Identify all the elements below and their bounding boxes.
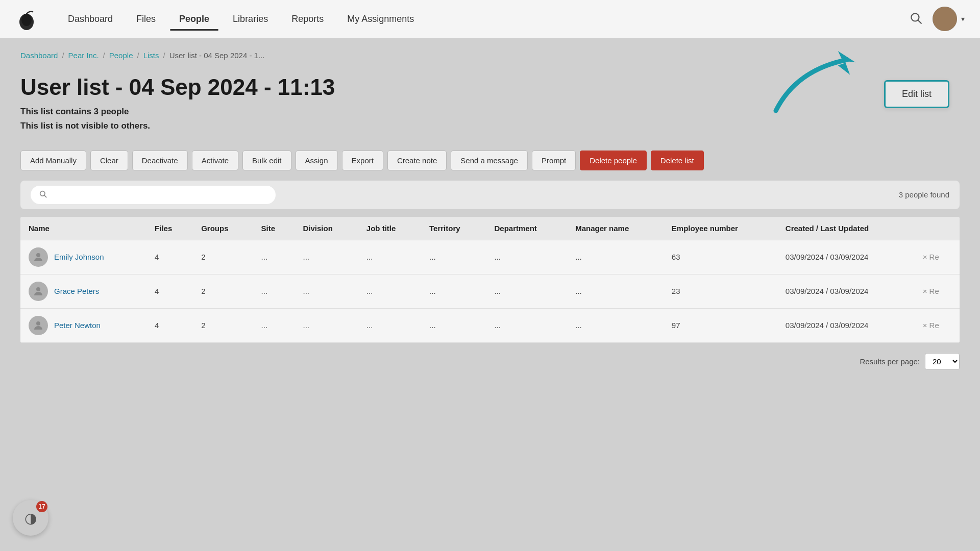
chevron-down-icon[interactable]: ▾ [961,15,965,23]
cell-site-1: ... [253,274,295,308]
bulk-edit-button[interactable]: Bulk edit [242,151,291,170]
person-avatar-2 [29,316,48,335]
cell-territory-0: ... [421,240,486,274]
col-name: Name [20,217,146,240]
col-employee-number: Employee number [664,217,777,240]
breadcrumb-sep-3: / [137,51,139,60]
cell-groups-1: 2 [193,274,253,308]
prompt-button[interactable]: Prompt [532,151,576,170]
cell-extra-1: × Re [915,274,960,308]
nav-my-assignments[interactable]: My Assignments [338,9,423,30]
col-groups: Groups [193,217,253,240]
table-header-row: Name Files Groups Site Division Job titl… [20,217,960,240]
export-button[interactable]: Export [342,151,383,170]
cell-department-2: ... [486,308,567,342]
cell-territory-1: ... [421,274,486,308]
svg-point-8 [36,287,40,291]
nav-reports[interactable]: Reports [282,9,333,30]
breadcrumb-sep-4: / [163,51,165,60]
search-input-wrapper [31,186,276,204]
cell-job-title-2: ... [358,308,421,342]
nav-dashboard[interactable]: Dashboard [59,9,122,30]
activate-button[interactable]: Activate [192,151,238,170]
cell-name-2: Peter Newton [20,308,146,342]
cell-department-1: ... [486,274,567,308]
cell-territory-2: ... [421,308,486,342]
svg-point-7 [36,253,40,257]
search-icon[interactable] [909,11,922,27]
svg-point-1 [21,14,32,26]
people-table: Name Files Groups Site Division Job titl… [20,217,960,343]
search-magnifier-icon [39,190,47,200]
svg-point-9 [36,321,40,325]
annotation-arrow [766,39,868,121]
table-row: Grace Peters 4 2 ... ... ... ... ... ...… [20,274,960,308]
add-manually-button[interactable]: Add Manually [20,151,86,170]
nav-people[interactable]: People [170,9,218,30]
main-content: Dashboard / Pear Inc. / People / Lists /… [0,38,980,393]
deactivate-button[interactable]: Deactivate [132,151,188,170]
cell-manager-1: ... [567,274,664,308]
nav-libraries[interactable]: Libraries [224,9,277,30]
cell-files-2: 4 [146,308,193,342]
person-name-0[interactable]: Emily Johnson [54,253,104,261]
col-manager-name: Manager name [567,217,664,240]
cell-job-title-1: ... [358,274,421,308]
svg-line-6 [44,195,46,197]
breadcrumb-sep-1: / [62,51,64,60]
svg-line-3 [918,20,921,23]
pagination-bar: Results per page: 20 50 100 [20,343,960,380]
col-job-title: Job title [358,217,421,240]
person-name-2[interactable]: Peter Newton [54,321,101,330]
search-input[interactable] [51,190,267,199]
cell-extra-0: × Re [915,240,960,274]
cell-employee-0: 63 [664,240,777,274]
assign-button[interactable]: Assign [296,151,338,170]
cell-name-1: Grace Peters [20,274,146,308]
avatar[interactable] [933,7,957,31]
col-division: Division [295,217,358,240]
col-created-updated: Created / Last Updated [777,217,915,240]
edit-list-area: Edit list [884,80,949,108]
notification-icon: ◑ [24,510,37,527]
delete-list-button[interactable]: Delete list [651,151,704,170]
results-per-page-select[interactable]: 20 50 100 [925,353,960,370]
col-site: Site [253,217,295,240]
search-container: 3 people found [20,181,960,209]
col-department: Department [486,217,567,240]
edit-list-button[interactable]: Edit list [884,80,949,108]
person-name-1[interactable]: Grace Peters [54,287,99,295]
person-avatar-0 [29,247,48,267]
cell-dates-1: 03/09/2024 / 03/09/2024 [777,274,915,308]
nav-files[interactable]: Files [127,9,165,30]
cell-dates-2: 03/09/2024 / 03/09/2024 [777,308,915,342]
cell-dates-0: 03/09/2024 / 03/09/2024 [777,240,915,274]
clear-button[interactable]: Clear [90,151,128,170]
people-table-container: Name Files Groups Site Division Job titl… [20,217,960,343]
cell-manager-2: ... [567,308,664,342]
app-logo[interactable] [15,8,38,31]
page-header: User list - 04 Sep 2024 - 11:13 This lis… [20,75,960,133]
create-note-button[interactable]: Create note [387,151,447,170]
cell-name-0: Emily Johnson [20,240,146,274]
breadcrumb-dashboard[interactable]: Dashboard [20,51,58,60]
cell-division-1: ... [295,274,358,308]
person-avatar-1 [29,282,48,301]
results-per-page-label: Results per page: [860,357,920,366]
cell-site-0: ... [253,240,295,274]
breadcrumb-sep-2: / [103,51,105,60]
breadcrumb-people[interactable]: People [109,51,133,60]
col-territory: Territory [421,217,486,240]
notification-widget[interactable]: ◑ 17 [13,500,48,536]
delete-people-button[interactable]: Delete people [580,151,647,170]
send-message-button[interactable]: Send a message [451,151,528,170]
toolbar: Add Manually Clear Deactivate Activate B… [20,151,960,170]
cell-groups-2: 2 [193,308,253,342]
breadcrumb-pear-inc[interactable]: Pear Inc. [68,51,99,60]
cell-department-0: ... [486,240,567,274]
cell-employee-1: 23 [664,274,777,308]
cell-employee-2: 97 [664,308,777,342]
breadcrumb-lists[interactable]: Lists [143,51,159,60]
cell-job-title-0: ... [358,240,421,274]
nav-links: Dashboard Files People Libraries Reports… [59,9,909,30]
